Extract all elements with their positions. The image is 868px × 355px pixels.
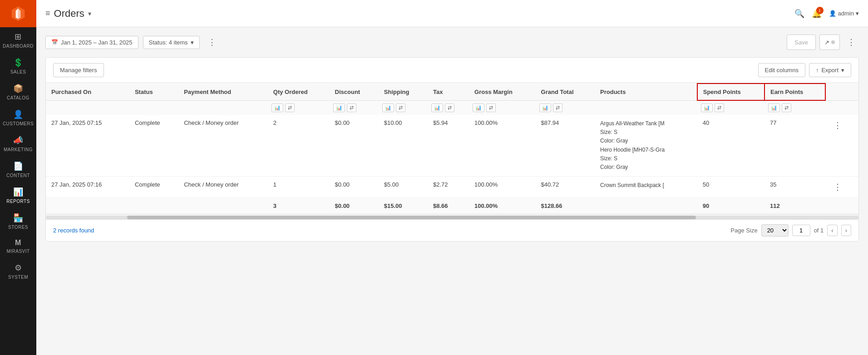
orders-table-container: Manage filters Edit columns ↑ Export ▾ P… (45, 57, 859, 242)
horizontal-scrollbar[interactable] (46, 214, 858, 219)
sidebar-item-sales[interactable]: 💲 SALES (0, 53, 36, 79)
topbar-left: ≡ Orders ▾ (45, 8, 91, 20)
status-filter-button[interactable]: Status: 4 items ▾ (143, 36, 200, 49)
total-tax: $8.66 (428, 198, 469, 214)
spend-filter-icon[interactable]: ⇄ (715, 104, 724, 112)
tax-filter-icon[interactable]: ⇄ (445, 104, 454, 112)
main-content: ≡ Orders ▾ 🔍 🔔 1 👤 admin ▾ 📅 Jan 1, 2025… (36, 0, 868, 355)
col-discount: Discount (330, 84, 379, 100)
filter-products (595, 100, 697, 115)
search-icon[interactable]: 🔍 (794, 9, 804, 19)
col-status: Status (129, 84, 178, 100)
scrollbar-thumb (127, 216, 696, 219)
prev-page-button[interactable]: ‹ (827, 225, 837, 236)
cell-tax: $5.94 (428, 115, 469, 177)
total-filter-icon[interactable]: ⇄ (553, 104, 562, 112)
next-page-button[interactable]: › (841, 225, 851, 236)
col-qty-ordered: Qty Ordered (268, 84, 330, 100)
col-gross-margin: Gross Margin (469, 84, 536, 100)
sidebar-item-dashboard[interactable]: ⊞ DASHBOARD (0, 27, 36, 53)
more-options-button[interactable]: ⋮ (843, 35, 859, 50)
row-actions-button[interactable]: ⋮ (831, 181, 844, 193)
notification-button[interactable]: 🔔 1 (812, 9, 822, 19)
export-label: Export (821, 67, 838, 74)
menu-toggle-button[interactable]: ≡ (45, 9, 50, 18)
shipping-filter-icon[interactable]: ⇄ (396, 104, 405, 112)
customers-icon: 👤 (13, 109, 24, 119)
filter-qty-ordered: 📊 ⇄ (268, 100, 330, 115)
filter-bar: 📅 Jan 1, 2025 – Jan 31, 2025 Status: 4 i… (45, 35, 859, 50)
filter-bar-right: Save ↗ ⋮ (787, 35, 859, 50)
col-purchased-on: Purchased On (46, 84, 129, 100)
export-button[interactable]: ↑ Export ▾ (809, 63, 851, 77)
total-gross-margin: 100.00% (469, 198, 536, 214)
sidebar-item-system[interactable]: ⚙ SYSTEM (0, 258, 36, 284)
tax-chart-icon[interactable]: 📊 (431, 104, 443, 112)
sidebar-item-marketing[interactable]: 📣 MARKETING (0, 131, 36, 157)
sidebar-item-catalog[interactable]: 📦 CATALOG (0, 79, 36, 105)
admin-menu-button[interactable]: 👤 admin ▾ (829, 10, 859, 17)
sidebar-item-customers[interactable]: 👤 CUSTOMERS (0, 105, 36, 131)
date-range-filter-button[interactable]: 📅 Jan 1, 2025 – Jan 31, 2025 (45, 36, 138, 49)
earn-filter-icon[interactable]: ⇄ (782, 104, 791, 112)
filter-shipping: 📊 ⇄ (379, 100, 428, 115)
page-number-input[interactable] (792, 225, 810, 236)
topbar-right: 🔍 🔔 1 👤 admin ▾ (794, 9, 859, 19)
records-found: 2 records found (53, 227, 94, 234)
notification-badge: 1 (816, 7, 824, 14)
share-dot (831, 40, 835, 44)
filter-earn-points: 📊 ⇄ (764, 100, 825, 115)
share-button[interactable]: ↗ (819, 35, 840, 50)
cell-row-actions: ⋮ (825, 115, 858, 177)
filter-options-button[interactable]: ⋮ (204, 35, 220, 50)
total-actions (825, 198, 858, 214)
total-earn-points: 112 (764, 198, 825, 214)
total-chart-icon[interactable]: 📊 (539, 104, 551, 112)
magento-logo[interactable] (0, 0, 36, 27)
discount-filter-icon[interactable]: ⇄ (347, 104, 356, 112)
date-range-label: Jan 1, 2025 – Jan 31, 2025 (61, 39, 133, 46)
admin-label: admin (838, 10, 854, 17)
cell-gross-margin: 100.00% (469, 177, 536, 198)
sidebar-item-label: CATALOG (7, 95, 30, 100)
sidebar-item-label: CONTENT (6, 173, 30, 178)
row-actions-button[interactable]: ⋮ (831, 119, 844, 131)
export-icon: ↑ (816, 67, 819, 74)
filter-tax: 📊 ⇄ (428, 100, 469, 115)
col-products: Products (595, 84, 697, 100)
qty-chart-icon[interactable]: 📊 (271, 104, 283, 112)
cell-products: Argus All-Weather Tank [MSize: SColor: G… (595, 115, 697, 177)
col-tax: Tax (428, 84, 469, 100)
discount-chart-icon[interactable]: 📊 (333, 104, 345, 112)
cell-earn-points: 77 (764, 115, 825, 177)
table-body: 27 Jan, 2025 07:15 Complete Check / Mone… (46, 115, 858, 214)
reports-icon: 📊 (13, 187, 24, 197)
save-button[interactable]: Save (787, 35, 816, 50)
spend-chart-icon[interactable]: 📊 (701, 104, 713, 112)
shipping-chart-icon[interactable]: 📊 (382, 104, 394, 112)
qty-filter-icon[interactable]: ⇄ (285, 104, 295, 112)
table-footer: 2 records found Page Size 20 50 100 of 1… (46, 219, 858, 241)
table-scroll-container[interactable]: Purchased On Status Payment Method Qty O… (46, 83, 858, 214)
sidebar-item-mirasvit[interactable]: M MIRASVIT (0, 234, 36, 258)
col-earn-points: Earn Points (764, 84, 825, 100)
page-size-select[interactable]: 20 50 100 (761, 224, 789, 237)
sidebar-item-reports[interactable]: 📊 REPORTS (0, 182, 36, 208)
cell-grand-total: $87.94 (536, 115, 595, 177)
earn-chart-icon[interactable]: 📊 (768, 104, 780, 112)
total-discount: $0.00 (330, 198, 379, 214)
edit-columns-button[interactable]: Edit columns (758, 63, 805, 77)
status-dropdown-arrow: ▾ (191, 39, 194, 46)
cell-qty-ordered: 1 (268, 177, 330, 198)
sidebar-item-stores[interactable]: 🏪 STORES (0, 208, 36, 234)
cell-spend-points: 40 (697, 115, 764, 177)
stores-icon: 🏪 (13, 213, 24, 223)
page-content-area: 📅 Jan 1, 2025 – Jan 31, 2025 Status: 4 i… (36, 27, 868, 355)
manage-filters-button[interactable]: Manage filters (53, 63, 104, 77)
margin-chart-icon[interactable]: 📊 (473, 104, 484, 112)
calendar-icon: 📅 (51, 39, 58, 45)
title-dropdown-arrow[interactable]: ▾ (88, 10, 91, 17)
sidebar-item-content[interactable]: 📄 CONTENT (0, 157, 36, 182)
margin-filter-icon[interactable]: ⇄ (486, 104, 496, 112)
col-spend-points: Spend Points (697, 84, 764, 100)
